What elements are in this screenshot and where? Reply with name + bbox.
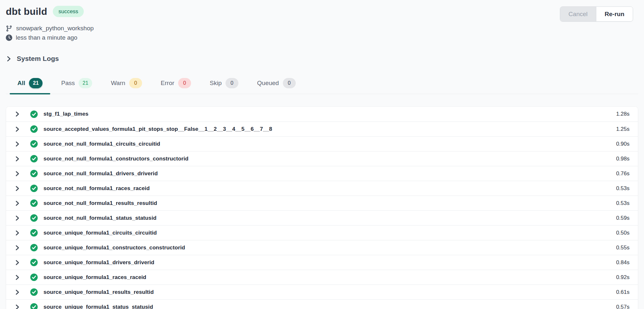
tab-warn[interactable]: Warn 0 bbox=[103, 76, 150, 94]
result-name: source_unique_formula1_results_resultid bbox=[43, 289, 154, 295]
tab-skip[interactable]: Skip 0 bbox=[202, 76, 246, 94]
expand-chevron-icon[interactable] bbox=[14, 304, 20, 309]
pass-check-icon bbox=[30, 184, 38, 192]
pass-check-icon bbox=[30, 229, 38, 237]
result-row[interactable]: source_unique_formula1_status_statusid 0… bbox=[6, 299, 638, 309]
rerun-button[interactable]: Re-run bbox=[596, 7, 633, 21]
branch-name: snowpark_python_workshop bbox=[16, 25, 94, 32]
tab-label: Warn bbox=[111, 80, 125, 87]
result-duration: 0.61s bbox=[616, 289, 630, 295]
result-name: source_unique_formula1_drivers_driverid bbox=[43, 259, 154, 266]
tab-count-badge: 0 bbox=[178, 78, 191, 88]
tab-count-badge: 0 bbox=[129, 78, 142, 88]
result-row[interactable]: source_not_null_formula1_constructors_co… bbox=[6, 151, 638, 166]
tab-count-badge: 21 bbox=[79, 78, 92, 88]
page-title: dbt build bbox=[6, 6, 47, 17]
result-row[interactable]: source_unique_formula1_races_raceid 0.92… bbox=[6, 270, 638, 285]
result-duration: 0.90s bbox=[616, 141, 630, 147]
tab-all[interactable]: All 21 bbox=[10, 76, 50, 94]
run-details-page: dbt build success Cancel Re-run snowpark… bbox=[0, 0, 644, 309]
clock-icon bbox=[6, 34, 12, 41]
pass-check-icon bbox=[30, 169, 38, 178]
system-logs-toggle[interactable]: System Logs bbox=[6, 55, 59, 63]
tab-count-badge: 0 bbox=[226, 78, 238, 88]
pass-check-icon bbox=[30, 258, 38, 266]
tab-label: Error bbox=[161, 80, 174, 87]
results-list: stg_f1_lap_times 1.28s source_accepted_v… bbox=[6, 106, 638, 309]
expand-chevron-icon[interactable] bbox=[14, 260, 20, 266]
git-branch-icon bbox=[6, 25, 13, 32]
result-name: source_not_null_formula1_circuits_circui… bbox=[43, 141, 160, 147]
cancel-button[interactable]: Cancel bbox=[560, 7, 596, 21]
result-row[interactable]: source_not_null_formula1_races_raceid 0.… bbox=[6, 181, 638, 196]
tab-queued[interactable]: Queued 0 bbox=[249, 76, 303, 94]
pass-check-icon bbox=[30, 125, 38, 133]
expand-chevron-icon[interactable] bbox=[14, 230, 20, 236]
result-duration: 1.25s bbox=[616, 126, 630, 132]
result-name: stg_f1_lap_times bbox=[43, 111, 89, 117]
result-duration: 0.59s bbox=[616, 215, 630, 221]
run-time-ago: less than a minute ago bbox=[16, 34, 77, 41]
result-row[interactable]: source_unique_formula1_constructors_cons… bbox=[6, 240, 638, 255]
chevron-right-icon bbox=[6, 56, 12, 62]
result-duration: 0.76s bbox=[616, 170, 630, 177]
status-badge: success bbox=[53, 6, 83, 17]
result-duration: 0.84s bbox=[616, 259, 630, 266]
result-name: source_not_null_formula1_status_statusid bbox=[43, 215, 157, 221]
pass-check-icon bbox=[30, 155, 38, 163]
expand-chevron-icon[interactable] bbox=[14, 186, 20, 191]
result-row[interactable]: source_unique_formula1_results_resultid … bbox=[6, 285, 638, 299]
expand-chevron-icon[interactable] bbox=[14, 171, 20, 177]
expand-chevron-icon[interactable] bbox=[14, 200, 20, 206]
tab-label: All bbox=[17, 80, 25, 87]
expand-chevron-icon[interactable] bbox=[14, 275, 20, 280]
expand-chevron-icon[interactable] bbox=[14, 156, 20, 162]
result-duration: 1.28s bbox=[616, 111, 630, 117]
tab-label: Pass bbox=[61, 80, 75, 87]
result-duration: 0.98s bbox=[616, 156, 630, 162]
result-duration: 0.53s bbox=[616, 185, 630, 192]
page-header: dbt build success Cancel Re-run bbox=[6, 0, 638, 22]
status-filter-tabs: All 21 Pass 21 Warn 0 Error 0 Skip 0 Que… bbox=[6, 76, 638, 94]
result-duration: 0.55s bbox=[616, 245, 630, 251]
result-name: source_not_null_formula1_drivers_driveri… bbox=[43, 170, 158, 177]
pass-check-icon bbox=[30, 244, 38, 252]
result-name: source_accepted_values_formula1_pit_stop… bbox=[43, 126, 272, 132]
result-row[interactable]: source_not_null_formula1_results_resulti… bbox=[6, 196, 638, 210]
result-name: source_unique_formula1_status_statusid bbox=[43, 304, 153, 309]
expand-chevron-icon[interactable] bbox=[14, 289, 20, 295]
result-duration: 0.53s bbox=[616, 200, 630, 207]
tab-count-badge: 21 bbox=[29, 78, 43, 88]
tab-error[interactable]: Error 0 bbox=[153, 76, 199, 94]
pass-check-icon bbox=[30, 273, 38, 281]
tab-pass[interactable]: Pass 21 bbox=[53, 76, 100, 94]
tab-count-badge: 0 bbox=[283, 78, 296, 88]
result-row[interactable]: source_unique_formula1_circuits_circuiti… bbox=[6, 225, 638, 240]
pass-check-icon bbox=[30, 199, 38, 207]
tab-label: Skip bbox=[210, 80, 222, 87]
pass-check-icon bbox=[30, 140, 38, 148]
result-name: source_not_null_formula1_races_raceid bbox=[43, 185, 150, 192]
result-row[interactable]: source_accepted_values_formula1_pit_stop… bbox=[6, 121, 638, 136]
expand-chevron-icon[interactable] bbox=[14, 245, 20, 251]
result-row[interactable]: source_not_null_formula1_drivers_driveri… bbox=[6, 166, 638, 181]
result-name: source_unique_formula1_circuits_circuiti… bbox=[43, 230, 157, 236]
run-actions: Cancel Re-run bbox=[560, 6, 633, 22]
expand-chevron-icon[interactable] bbox=[14, 126, 20, 132]
pass-check-icon bbox=[30, 110, 38, 118]
expand-chevron-icon[interactable] bbox=[14, 215, 20, 221]
result-row[interactable]: source_unique_formula1_drivers_driverid … bbox=[6, 255, 638, 270]
result-name: source_unique_formula1_constructors_cons… bbox=[43, 245, 185, 251]
expand-chevron-icon[interactable] bbox=[14, 141, 20, 147]
result-row[interactable]: stg_f1_lap_times 1.28s bbox=[6, 107, 638, 121]
pass-check-icon bbox=[30, 214, 38, 222]
tab-label: Queued bbox=[257, 80, 279, 87]
system-logs-label: System Logs bbox=[17, 55, 59, 63]
result-duration: 0.50s bbox=[616, 230, 630, 236]
expand-chevron-icon[interactable] bbox=[14, 111, 20, 117]
result-row[interactable]: source_not_null_formula1_status_statusid… bbox=[6, 210, 638, 225]
run-meta: snowpark_python_workshop less than a min… bbox=[6, 25, 638, 41]
result-duration: 0.57s bbox=[616, 304, 630, 309]
pass-check-icon bbox=[30, 303, 38, 309]
result-row[interactable]: source_not_null_formula1_circuits_circui… bbox=[6, 136, 638, 151]
